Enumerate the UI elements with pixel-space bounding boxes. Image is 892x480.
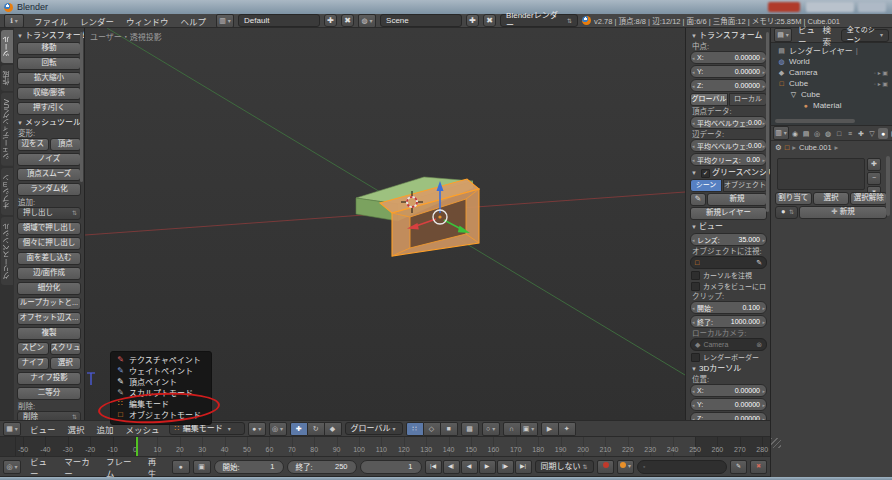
slot-button[interactable]: − (867, 172, 881, 185)
outliner-row[interactable]: ▤ レンダーレイヤー | (771, 45, 892, 56)
menu-item[interactable]: ファイル (28, 15, 74, 27)
tool-button[interactable]: 頂点 (50, 138, 82, 151)
limit-selection-visible-toggle[interactable]: ▩ (461, 422, 479, 436)
editor-type-icon[interactable]: ▤ (774, 28, 792, 42)
outliner-row[interactable]: ● Material (771, 100, 892, 111)
global-toggle[interactable]: グローバル (690, 93, 728, 106)
eyedropper-icon[interactable]: ✎ (756, 259, 762, 267)
median-coord-field[interactable]: X:0.00000 (690, 51, 767, 64)
scene-field[interactable]: Scene (380, 14, 462, 27)
assign-button[interactable]: 割り当て (775, 192, 812, 205)
local-camera-field[interactable]: ◆Camera⊗ (690, 338, 767, 351)
render-border-checkbox[interactable]: レンダーボーダー (691, 352, 766, 362)
mean-bevel-weight-field[interactable]: 平均ベベルウェ:0.00 (690, 139, 767, 152)
tool-button[interactable]: スクリュ (50, 342, 82, 355)
pivot-center-dropdown[interactable]: ◎ (269, 422, 287, 436)
tool-button[interactable]: 頂点スムーズ (17, 168, 81, 181)
tool-button[interactable]: 収縮/膨張 (17, 87, 81, 100)
tool-button[interactable]: 面を差し込む (17, 252, 81, 265)
restrict-toggles[interactable]: ◦ ▸ ▣ (874, 69, 892, 76)
transform-orientation-select[interactable]: グローバル (345, 422, 403, 435)
keying-set-dropdown[interactable] (617, 460, 634, 474)
playback-button[interactable]: ▶ (479, 460, 496, 474)
new-material-button[interactable]: ✚ 新規 (799, 206, 887, 219)
material-slot-list[interactable] (777, 158, 865, 190)
local-toggle[interactable]: ローカル (729, 93, 767, 106)
menu-item[interactable]: 再生 (142, 455, 169, 479)
tool-button[interactable]: 個々に押し出し (17, 237, 81, 250)
browse-material-dropdown[interactable]: ● (775, 206, 798, 219)
lock-camera-checkbox[interactable]: カメラをビューにロ... (691, 281, 766, 291)
panel-header-transform[interactable]: ▼トランスフォーム (14, 30, 84, 42)
outliner-row[interactable]: □ Cube ◦ ▸ ▣ (771, 78, 892, 89)
outliner-row[interactable]: ▽ Cube (771, 89, 892, 100)
window-titlebar[interactable]: Blender (0, 0, 892, 14)
tool-button[interactable]: 辺/面作成 (17, 267, 81, 280)
sync-mode-select[interactable]: 同期しない (535, 460, 594, 473)
region-resize-corner[interactable] (771, 438, 781, 448)
menu-item[interactable]: マーカー (58, 455, 100, 479)
clip-end-field[interactable]: 終了:1000.000 (690, 315, 767, 328)
properties-tab-icon[interactable]: ✚ (856, 128, 866, 139)
deselect-button[interactable]: 選択解除 (850, 192, 887, 205)
cursor-coord-field[interactable]: X:0.00000 (690, 384, 767, 397)
menu-item[interactable]: ビュー (24, 455, 58, 479)
tool-button[interactable]: 二等分 (17, 387, 81, 400)
select-button[interactable]: 選択 (813, 192, 850, 205)
properties-tab-icon[interactable]: ◎ (812, 128, 822, 139)
tool-button[interactable]: 拡大縮小 (17, 72, 81, 85)
editor-type-icon[interactable]: ▦ (3, 422, 21, 436)
opengl-render-anim-button[interactable]: ✦ (559, 422, 576, 436)
add-layout-button[interactable]: ✚ (324, 14, 337, 27)
lock-to-cursor-checkbox[interactable]: カーソルを注視 (691, 270, 766, 280)
menu-item[interactable]: 検索 (820, 23, 838, 47)
clear-icon[interactable]: ⊗ (756, 341, 762, 349)
properties-tab-icon[interactable]: ● (878, 128, 888, 139)
lock-object-field[interactable]: □✎ (690, 256, 767, 269)
outliner-scope-select[interactable]: 全てのシーン (841, 29, 889, 42)
add-scene-button[interactable]: ✚ (466, 14, 479, 27)
render-engine-select[interactable]: Blenderレンダー (500, 14, 578, 27)
gpencil-object-toggle[interactable]: オブジェクト (723, 179, 767, 192)
proportional-edit-dropdown[interactable]: ○ (482, 422, 500, 436)
median-coord-field[interactable]: Z:0.00000 (690, 79, 767, 92)
properties-tab-icon[interactable]: ▽ (867, 128, 877, 139)
start-frame-field[interactable]: 開始:1 (214, 460, 284, 474)
manipulator-rotate[interactable]: ↻ (308, 422, 325, 436)
tool-button[interactable]: ナイフ投影 (17, 372, 81, 385)
menu-item[interactable]: ヘルプ (175, 15, 213, 27)
properties-tab-icon[interactable]: ▤ (801, 128, 811, 139)
toolshelf-tab[interactable]: オプション (1, 168, 13, 215)
face-select-mode[interactable]: ■ (441, 422, 458, 436)
playback-button[interactable]: ◀ (461, 460, 478, 474)
snap-toggle[interactable]: ∩ (503, 422, 521, 436)
tool-button[interactable]: オフセット辺ス... (17, 312, 81, 325)
tool-button[interactable]: ループカットと... (17, 297, 81, 310)
preview-range-icon[interactable]: ● (172, 460, 190, 474)
editor-type-icon[interactable]: ▥ (773, 126, 789, 140)
viewport-shading-dropdown[interactable]: ● (248, 422, 266, 436)
properties-tab-icon[interactable]: ◉ (790, 128, 800, 139)
manipulator-translate[interactable]: ✚ (290, 422, 308, 436)
properties-tab-icon[interactable]: ◍ (823, 128, 833, 139)
menu-item[interactable]: ビュー (795, 23, 820, 47)
clip-start-field[interactable]: 開始:0.100 (690, 301, 767, 314)
gpencil-draw-icon[interactable]: ✎ (690, 193, 706, 206)
tool-button[interactable]: スピン (17, 342, 49, 355)
remove-layout-button[interactable]: ✖ (341, 14, 354, 27)
mode-menu-item[interactable]: ✎ テクスチャペイント (111, 354, 211, 365)
slot-button[interactable]: ✚ (867, 158, 881, 171)
panel-header-grease-pencil[interactable]: ▼✓グリースペンシルレイ (688, 167, 769, 179)
auto-keyframe-button[interactable] (597, 460, 614, 474)
menu-item[interactable]: レンダー (74, 15, 120, 27)
menu-item[interactable]: ビュー (24, 423, 62, 435)
toolshelf-tab[interactable]: シェーディング/UV (1, 93, 13, 166)
panel-header-transform[interactable]: ▼トランスフォーム (688, 30, 769, 42)
tool-button[interactable]: 領域で押し出し (17, 222, 81, 235)
new-layer-button[interactable]: 新規レイヤー (690, 207, 767, 220)
toolshelf-tab[interactable]: ツール (1, 30, 13, 63)
lock-time-icon[interactable]: ▣ (193, 460, 211, 474)
tool-menu-button[interactable]: 削除 (17, 411, 81, 420)
lens-field[interactable]: レンズ:35.000 (690, 233, 767, 246)
toolshelf-tab[interactable]: 作成 (1, 65, 13, 91)
